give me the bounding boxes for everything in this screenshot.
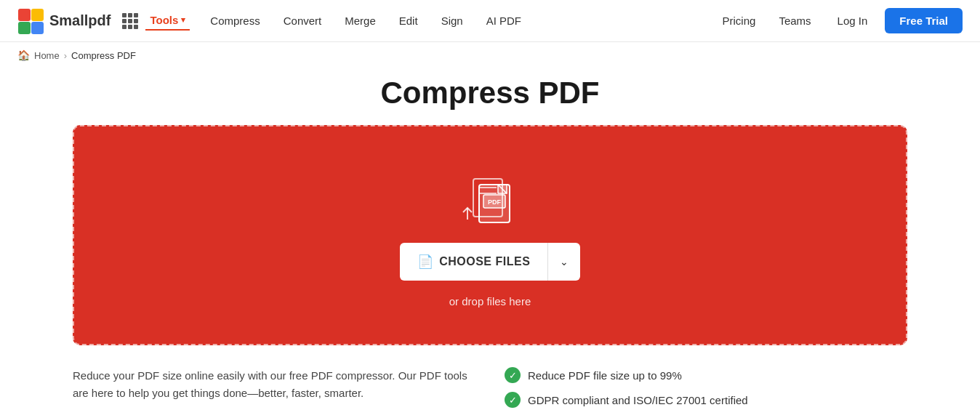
nav-pricing[interactable]: Pricing: [714, 12, 765, 30]
feature-text-1: Reduce PDF file size up to 99%: [528, 369, 682, 382]
description: Reduce your PDF size online easily with …: [73, 367, 475, 408]
feature-text-2: GDPR compliant and ISO/IEC 27001 certifi…: [528, 394, 748, 406]
nav-sign[interactable]: Sign: [433, 12, 472, 30]
svg-rect-1: [31, 9, 44, 21]
description-text: Reduce your PDF size online easily with …: [73, 367, 475, 402]
page-title: Compress PDF: [0, 76, 980, 110]
features-list: ✓ Reduce PDF file size up to 99% ✓ GDPR …: [505, 367, 907, 408]
nav-teams[interactable]: Teams: [770, 12, 819, 30]
drop-text: or drop files here: [449, 295, 531, 308]
svg-rect-2: [18, 22, 31, 34]
choose-files-label: CHOOSE FILES: [439, 255, 530, 268]
free-trial-button[interactable]: Free Trial: [885, 8, 963, 33]
feature-item-2: ✓ GDPR compliant and ISO/IEC 27001 certi…: [505, 392, 907, 408]
choose-files-dropdown[interactable]: ⌄: [548, 243, 580, 281]
chevron-down-icon: ⌄: [560, 256, 569, 268]
header: Smallpdf Tools ▾ Compress Convert Merge …: [0, 0, 980, 42]
choose-files-button[interactable]: 📄 CHOOSE FILES ⌄: [400, 243, 581, 281]
check-icon-1: ✓: [505, 367, 521, 383]
pdf-upload-icon: PDF: [457, 170, 523, 228]
below-fold: Reduce your PDF size online easily with …: [0, 345, 980, 410]
choose-files-main: 📄 CHOOSE FILES: [400, 243, 549, 281]
file-icon: 📄: [417, 254, 434, 270]
nav-edit[interactable]: Edit: [390, 12, 427, 30]
login-button[interactable]: Log In: [826, 12, 880, 30]
svg-rect-0: [18, 9, 31, 21]
check-icon-2: ✓: [505, 392, 521, 408]
breadcrumb: 🏠 Home › Compress PDF: [0, 42, 980, 68]
feature-item-1: ✓ Reduce PDF file size up to 99%: [505, 367, 907, 383]
tools-caret-icon: ▾: [181, 15, 185, 25]
nav-merge[interactable]: Merge: [336, 12, 385, 30]
breadcrumb-current: Compress PDF: [71, 50, 136, 61]
grid-icon[interactable]: [122, 13, 138, 29]
svg-rect-3: [31, 22, 44, 34]
dropzone[interactable]: PDF 📄 CHOOSE FILES ⌄ or drop files here: [73, 125, 907, 345]
breadcrumb-separator: ›: [64, 50, 67, 61]
tools-menu-button[interactable]: Tools ▾: [145, 11, 190, 31]
logo-text: Smallpdf: [49, 12, 111, 29]
home-icon: 🏠: [17, 49, 30, 61]
breadcrumb-home[interactable]: Home: [34, 50, 60, 61]
logo-icon: [17, 8, 44, 34]
logo[interactable]: Smallpdf: [17, 8, 111, 34]
nav-convert[interactable]: Convert: [275, 12, 331, 30]
nav-compress[interactable]: Compress: [201, 12, 268, 30]
svg-text:PDF: PDF: [488, 198, 502, 206]
nav-ai-pdf[interactable]: AI PDF: [478, 12, 530, 30]
